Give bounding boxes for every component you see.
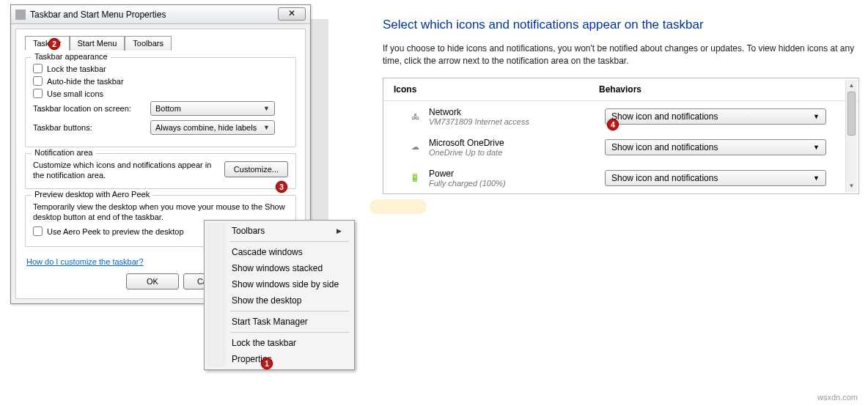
item-name: Microsoft OneDrive	[429, 138, 605, 148]
annotation-badge-3: 3	[276, 181, 287, 193]
separator	[230, 332, 349, 333]
tab-startmenu[interactable]: Start Menu	[70, 36, 125, 51]
chk-autohide[interactable]	[33, 76, 43, 86]
notif-desc: Customize which icons and notifications …	[33, 160, 217, 181]
chevron-down-icon: ▼	[263, 124, 270, 131]
behavior-value: Show icon and notifications	[611, 142, 718, 152]
close-button[interactable]: ✕	[278, 7, 306, 21]
help-link[interactable]: How do I customize the taskbar?	[26, 257, 144, 266]
list-item: 🔋 Power Fully charged (100%) Show icon a…	[383, 163, 858, 193]
group-appearance: Taskbar appearance Lock the taskbar Auto…	[25, 57, 296, 147]
scrollbar[interactable]: ▲ ▼	[845, 80, 857, 192]
item-name: Power	[429, 169, 605, 179]
behavior-select-onedrive[interactable]: Show icon and notifications▼	[605, 139, 826, 155]
chk-small-label: Use small icons	[47, 89, 103, 98]
menu-sidebyside[interactable]: Show windows side by side	[207, 276, 352, 292]
behavior-select-network[interactable]: Show icon and notifications▼	[605, 108, 826, 125]
chk-small-icons[interactable]	[33, 89, 43, 98]
ok-button[interactable]: OK	[126, 273, 179, 289]
taskbar-context-menu: Toolbars▶ Cascade windows Show windows s…	[204, 220, 355, 370]
annotation-badge-2: 2	[48, 38, 60, 50]
scroll-down-icon[interactable]: ▼	[846, 180, 857, 192]
item-sub: OneDrive Up to date	[429, 148, 605, 157]
group-title-appearance: Taskbar appearance	[32, 52, 111, 61]
network-icon: 🖧	[408, 110, 422, 123]
chevron-down-icon: ▼	[813, 144, 820, 151]
select-buttons[interactable]: Always combine, hide labels▼	[150, 120, 275, 135]
item-sub: VM7371809 Internet access	[429, 117, 605, 126]
group-title-peek: Preview desktop with Aero Peek	[32, 190, 152, 199]
submenu-arrow-icon: ▶	[336, 227, 342, 235]
chevron-down-icon: ▼	[813, 174, 820, 182]
behavior-value: Show icon and notifications	[611, 111, 718, 122]
separator	[230, 311, 349, 311]
chk-autohide-label: Auto-hide the taskbar	[47, 77, 124, 86]
scroll-thumb[interactable]	[847, 92, 856, 136]
loc-label: Taskbar location on screen:	[33, 104, 143, 113]
btn-label: Taskbar buttons:	[33, 123, 143, 132]
menu-taskmgr[interactable]: Start Task Manager	[207, 314, 352, 330]
item-sub: Fully charged (100%)	[429, 179, 605, 188]
tab-toolbars[interactable]: Toolbars	[125, 36, 172, 51]
page-heading: Select which icons and notifications app…	[383, 18, 859, 32]
menu-stacked[interactable]: Show windows stacked	[207, 260, 352, 276]
col-icons: Icons	[394, 84, 599, 95]
behavior-value: Show icon and notifications	[611, 173, 718, 183]
separator	[230, 241, 349, 242]
menu-show-desktop[interactable]: Show the desktop	[207, 292, 352, 309]
list-header: Icons Behaviors	[383, 78, 858, 101]
annotation-badge-4: 4	[607, 119, 619, 130]
notification-settings-page: Select which icons and notifications app…	[383, 18, 859, 194]
item-name: Network	[429, 107, 605, 117]
select-location-value: Bottom	[155, 104, 181, 113]
menu-toolbars[interactable]: Toolbars▶	[207, 223, 352, 239]
app-icon	[15, 10, 26, 20]
customize-button[interactable]: Customize...	[224, 161, 288, 177]
chevron-down-icon: ▼	[263, 105, 270, 112]
annotation-badge-1: 1	[261, 358, 273, 369]
menu-cascade[interactable]: Cascade windows	[207, 244, 352, 260]
scroll-up-icon[interactable]: ▲	[846, 80, 857, 92]
menu-properties[interactable]: Properties	[207, 351, 352, 367]
select-buttons-value: Always combine, hide labels	[155, 123, 257, 132]
titlebar[interactable]: Taskbar and Start Menu Properties ✕	[11, 5, 310, 24]
power-icon: 🔋	[408, 171, 422, 185]
chk-aero-peek[interactable]	[33, 226, 43, 236]
menu-lock[interactable]: Lock the taskbar	[207, 335, 352, 351]
list-item: 🖧 Network VM7371809 Internet access Show…	[383, 101, 858, 132]
behavior-select-power[interactable]: Show icon and notifications▼	[605, 170, 826, 186]
peek-desc: Temporarily view the desktop when you mo…	[33, 202, 288, 223]
list-item: ☁ Microsoft OneDrive OneDrive Up to date…	[383, 132, 858, 163]
onedrive-icon: ☁	[408, 141, 422, 154]
window-title: Taskbar and Start Menu Properties	[30, 10, 166, 20]
menu-toolbars-label: Toolbars	[232, 226, 265, 236]
watermark-text: wsxdn.com	[817, 393, 858, 402]
page-description: If you choose to hide icons and notifica…	[383, 43, 859, 67]
chevron-down-icon: ▼	[813, 113, 820, 120]
chk-lock-label: Lock the taskbar	[47, 64, 106, 73]
group-title-notif: Notification area	[32, 148, 96, 157]
icons-list-box: Icons Behaviors 🖧 Network VM7371809 Inte…	[383, 78, 859, 194]
tab-taskbar[interactable]: Taskbar	[25, 36, 70, 51]
col-behaviors: Behaviors	[599, 84, 848, 95]
chk-peek-label: Use Aero Peek to preview the desktop	[47, 227, 184, 236]
group-notification: Notification area Customize which icons …	[25, 153, 296, 189]
chk-lock-taskbar[interactable]	[33, 64, 43, 73]
select-location[interactable]: Bottom▼	[150, 101, 275, 116]
